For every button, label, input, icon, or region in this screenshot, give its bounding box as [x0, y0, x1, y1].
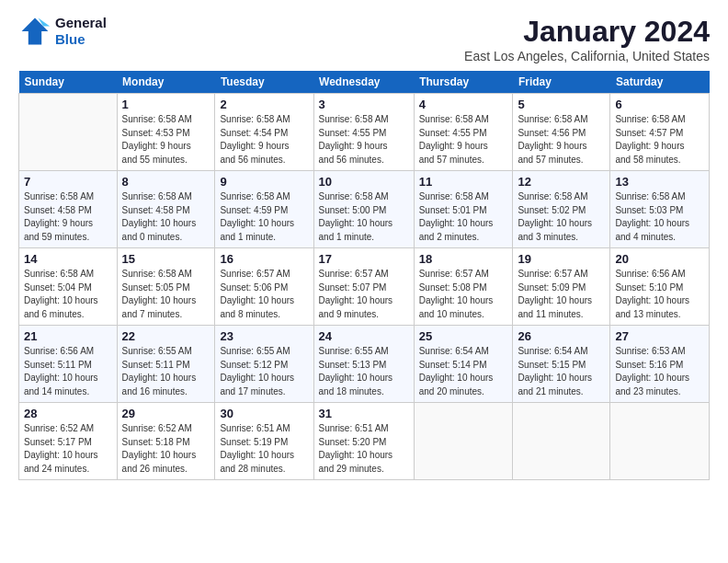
day-number: 23 [220, 329, 308, 343]
day-number: 3 [319, 98, 409, 111]
weekday-header-wednesday: Wednesday [313, 71, 414, 94]
day-info: Sunrise: 6:58 AM Sunset: 5:00 PM Dayligh… [319, 190, 409, 244]
calendar-cell: 9Sunrise: 6:58 AM Sunset: 4:59 PM Daylig… [215, 171, 313, 248]
calendar-cell: 17Sunrise: 6:57 AM Sunset: 5:07 PM Dayli… [313, 248, 414, 326]
week-row-5: 28Sunrise: 6:52 AM Sunset: 5:17 PM Dayli… [19, 403, 710, 480]
calendar-cell: 4Sunrise: 6:58 AM Sunset: 4:55 PM Daylig… [414, 94, 513, 171]
calendar-cell: 23Sunrise: 6:55 AM Sunset: 5:12 PM Dayli… [215, 326, 313, 403]
day-number: 21 [24, 329, 112, 343]
day-info: Sunrise: 6:56 AM Sunset: 5:10 PM Dayligh… [615, 268, 704, 321]
svg-marker-0 [22, 18, 49, 45]
header: General Blue January 2024 East Los Angel… [18, 15, 710, 63]
day-number: 31 [319, 407, 409, 420]
calendar-cell [19, 94, 118, 171]
day-info: Sunrise: 6:58 AM Sunset: 4:55 PM Dayligh… [319, 113, 409, 167]
day-number: 28 [24, 407, 112, 420]
weekday-header-friday: Friday [513, 71, 610, 94]
day-info: Sunrise: 6:58 AM Sunset: 4:56 PM Dayligh… [518, 113, 605, 167]
calendar-table: SundayMondayTuesdayWednesdayThursdayFrid… [18, 71, 710, 480]
day-number: 18 [419, 252, 508, 266]
weekday-header-sunday: Sunday [19, 71, 118, 94]
day-number: 14 [24, 252, 112, 266]
calendar-cell: 1Sunrise: 6:58 AM Sunset: 4:53 PM Daylig… [117, 94, 215, 171]
day-info: Sunrise: 6:51 AM Sunset: 5:20 PM Dayligh… [319, 422, 409, 476]
day-info: Sunrise: 6:57 AM Sunset: 5:09 PM Dayligh… [518, 268, 605, 321]
calendar-cell: 3Sunrise: 6:58 AM Sunset: 4:55 PM Daylig… [313, 94, 414, 171]
calendar-cell: 28Sunrise: 6:52 AM Sunset: 5:17 PM Dayli… [19, 403, 118, 480]
day-number: 6 [615, 98, 704, 111]
day-info: Sunrise: 6:57 AM Sunset: 5:08 PM Dayligh… [419, 268, 508, 321]
logo-text: General Blue [55, 15, 107, 48]
day-info: Sunrise: 6:57 AM Sunset: 5:06 PM Dayligh… [220, 268, 308, 321]
day-info: Sunrise: 6:52 AM Sunset: 5:17 PM Dayligh… [24, 422, 112, 476]
calendar-cell: 22Sunrise: 6:55 AM Sunset: 5:11 PM Dayli… [117, 326, 215, 403]
day-number: 20 [615, 252, 704, 266]
calendar-cell: 12Sunrise: 6:58 AM Sunset: 5:02 PM Dayli… [513, 171, 610, 248]
day-number: 10 [319, 175, 409, 189]
day-number: 15 [122, 252, 210, 266]
day-info: Sunrise: 6:58 AM Sunset: 4:57 PM Dayligh… [615, 113, 704, 167]
logo: General Blue [18, 15, 107, 48]
day-info: Sunrise: 6:56 AM Sunset: 5:11 PM Dayligh… [24, 345, 112, 398]
day-number: 4 [419, 98, 508, 111]
day-info: Sunrise: 6:58 AM Sunset: 4:55 PM Dayligh… [419, 113, 508, 167]
day-info: Sunrise: 6:58 AM Sunset: 4:54 PM Dayligh… [220, 113, 308, 167]
calendar-cell: 31Sunrise: 6:51 AM Sunset: 5:20 PM Dayli… [313, 403, 414, 480]
calendar-cell: 30Sunrise: 6:51 AM Sunset: 5:19 PM Dayli… [215, 403, 313, 480]
calendar-cell: 27Sunrise: 6:53 AM Sunset: 5:16 PM Dayli… [610, 326, 710, 403]
calendar-cell: 21Sunrise: 6:56 AM Sunset: 5:11 PM Dayli… [19, 326, 118, 403]
calendar-cell: 5Sunrise: 6:58 AM Sunset: 4:56 PM Daylig… [513, 94, 610, 171]
day-info: Sunrise: 6:57 AM Sunset: 5:07 PM Dayligh… [319, 268, 409, 321]
calendar-cell: 18Sunrise: 6:57 AM Sunset: 5:08 PM Dayli… [414, 248, 513, 326]
day-number: 8 [122, 175, 210, 189]
week-row-2: 7Sunrise: 6:58 AM Sunset: 4:58 PM Daylig… [19, 171, 710, 248]
location-subtitle: East Los Angeles, California, United Sta… [464, 49, 710, 63]
day-info: Sunrise: 6:58 AM Sunset: 5:03 PM Dayligh… [615, 190, 704, 244]
calendar-cell: 14Sunrise: 6:58 AM Sunset: 5:04 PM Dayli… [19, 248, 118, 326]
calendar-cell: 11Sunrise: 6:58 AM Sunset: 5:01 PM Dayli… [414, 171, 513, 248]
day-number: 2 [220, 98, 308, 111]
week-row-1: 1Sunrise: 6:58 AM Sunset: 4:53 PM Daylig… [19, 94, 710, 171]
week-row-3: 14Sunrise: 6:58 AM Sunset: 5:04 PM Dayli… [19, 248, 710, 326]
calendar-cell: 8Sunrise: 6:58 AM Sunset: 4:58 PM Daylig… [117, 171, 215, 248]
day-info: Sunrise: 6:58 AM Sunset: 5:01 PM Dayligh… [419, 190, 508, 244]
weekday-header-tuesday: Tuesday [215, 71, 313, 94]
week-row-4: 21Sunrise: 6:56 AM Sunset: 5:11 PM Dayli… [19, 326, 710, 403]
weekday-header-thursday: Thursday [414, 71, 513, 94]
day-number: 17 [319, 252, 409, 266]
day-number: 11 [419, 175, 508, 189]
calendar-cell: 10Sunrise: 6:58 AM Sunset: 5:00 PM Dayli… [313, 171, 414, 248]
day-info: Sunrise: 6:58 AM Sunset: 4:53 PM Dayligh… [122, 113, 210, 167]
day-number: 5 [518, 98, 605, 111]
calendar-cell: 26Sunrise: 6:54 AM Sunset: 5:15 PM Dayli… [513, 326, 610, 403]
calendar-cell: 15Sunrise: 6:58 AM Sunset: 5:05 PM Dayli… [117, 248, 215, 326]
day-info: Sunrise: 6:58 AM Sunset: 4:58 PM Dayligh… [122, 190, 210, 244]
day-info: Sunrise: 6:54 AM Sunset: 5:14 PM Dayligh… [419, 345, 508, 398]
day-info: Sunrise: 6:58 AM Sunset: 5:04 PM Dayligh… [24, 268, 112, 321]
day-number: 7 [24, 175, 112, 189]
day-number: 26 [518, 329, 605, 343]
day-number: 16 [220, 252, 308, 266]
day-info: Sunrise: 6:55 AM Sunset: 5:13 PM Dayligh… [319, 345, 409, 398]
day-info: Sunrise: 6:52 AM Sunset: 5:18 PM Dayligh… [122, 422, 210, 476]
calendar-cell [513, 403, 610, 480]
calendar-cell: 16Sunrise: 6:57 AM Sunset: 5:06 PM Dayli… [215, 248, 313, 326]
day-info: Sunrise: 6:53 AM Sunset: 5:16 PM Dayligh… [615, 345, 704, 398]
day-number: 30 [220, 407, 308, 420]
day-info: Sunrise: 6:58 AM Sunset: 4:59 PM Dayligh… [220, 190, 308, 244]
day-info: Sunrise: 6:51 AM Sunset: 5:19 PM Dayligh… [220, 422, 308, 476]
day-info: Sunrise: 6:58 AM Sunset: 5:02 PM Dayligh… [518, 190, 605, 244]
title-block: January 2024 East Los Angeles, Californi… [464, 15, 710, 63]
calendar-cell: 6Sunrise: 6:58 AM Sunset: 4:57 PM Daylig… [610, 94, 710, 171]
day-number: 9 [220, 175, 308, 189]
calendar-cell [610, 403, 710, 480]
weekday-header-monday: Monday [117, 71, 215, 94]
calendar-cell: 19Sunrise: 6:57 AM Sunset: 5:09 PM Dayli… [513, 248, 610, 326]
calendar-cell: 20Sunrise: 6:56 AM Sunset: 5:10 PM Dayli… [610, 248, 710, 326]
day-number: 13 [615, 175, 704, 189]
weekday-header-saturday: Saturday [610, 71, 710, 94]
day-number: 27 [615, 329, 704, 343]
page-container: General Blue January 2024 East Los Angel… [0, 0, 728, 489]
weekday-header-row: SundayMondayTuesdayWednesdayThursdayFrid… [19, 71, 710, 94]
day-info: Sunrise: 6:54 AM Sunset: 5:15 PM Dayligh… [518, 345, 605, 398]
